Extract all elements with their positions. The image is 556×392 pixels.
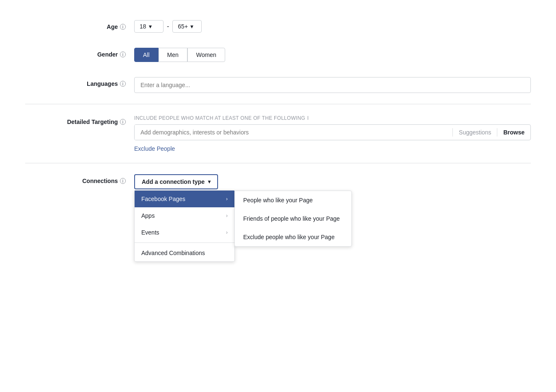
languages-label-text: Languages: [87, 80, 118, 87]
apps-arrow: ›: [226, 213, 228, 219]
detailed-targeting-label-text: Detailed Targeting: [67, 119, 118, 125]
age-min-chevron: ▾: [149, 23, 152, 30]
dropdown-divider: [135, 242, 234, 243]
gender-row: Gender i All Men Women: [25, 40, 531, 70]
divider-2: [25, 163, 531, 163]
connections-dropdown: Add a connection type ▾ Facebook Pages ›…: [134, 174, 218, 189]
targeting-include-text: INCLUDE people who match at least ONE of…: [134, 115, 305, 121]
events-label: Events: [141, 229, 159, 236]
gender-all-button[interactable]: All: [134, 48, 158, 62]
targeting-search-input[interactable]: [135, 125, 452, 140]
facebook-pages-item[interactable]: Facebook Pages ›: [135, 191, 234, 207]
targeting-include-label: INCLUDE people who match at least ONE of…: [134, 115, 531, 121]
age-inputs: 18 ▾ - 65+ ▾: [134, 20, 531, 33]
events-arrow: ›: [226, 230, 228, 235]
languages-content: [134, 77, 531, 93]
divider-1: [25, 104, 531, 104]
gender-label: Gender i: [25, 48, 134, 58]
targeting-browse-btn[interactable]: Browse: [497, 126, 530, 139]
apps-label: Apps: [141, 212, 155, 219]
detailed-targeting-row: Detailed Targeting i INCLUDE people who …: [25, 108, 531, 160]
targeting-suggestions-btn[interactable]: Suggestions: [453, 126, 497, 139]
connections-btn-label: Add a connection type: [142, 178, 205, 185]
age-max-chevron: ▾: [190, 23, 193, 30]
gender-women-button[interactable]: Women: [187, 48, 225, 62]
events-item[interactable]: Events ›: [135, 224, 234, 241]
detailed-targeting-content: INCLUDE people who match at least ONE of…: [134, 115, 531, 152]
facebook-pages-submenu: People who like your Page Friends of peo…: [234, 191, 352, 247]
facebook-pages-wrapper: Facebook Pages › People who like your Pa…: [135, 191, 234, 207]
facebook-pages-arrow: ›: [226, 196, 228, 202]
gender-label-text: Gender: [97, 51, 118, 58]
age-min-select[interactable]: 18 ▾: [134, 20, 164, 33]
people-like-item[interactable]: People who like your Page: [235, 191, 351, 209]
detailed-targeting-label: Detailed Targeting i: [25, 115, 134, 125]
connections-info-icon[interactable]: i: [120, 178, 126, 184]
age-dash: -: [167, 23, 169, 30]
exclude-like-item[interactable]: Exclude people who like your Page: [235, 228, 351, 246]
age-row: Age i 18 ▾ - 65+ ▾: [25, 13, 531, 40]
page-wrapper: Age i 18 ▾ - 65+ ▾ Gender i A: [0, 0, 556, 392]
connections-label-text: Connections: [82, 178, 118, 184]
languages-label: Languages i: [25, 77, 134, 87]
gender-men-button[interactable]: Men: [158, 48, 187, 62]
age-min-value: 18: [140, 23, 146, 30]
languages-row: Languages i: [25, 70, 531, 101]
age-max-select[interactable]: 65+ ▾: [172, 20, 202, 33]
age-label-text: Age: [107, 23, 118, 30]
targeting-search-box: Suggestions Browse: [134, 124, 531, 140]
targeting-include-info-icon[interactable]: i: [307, 115, 309, 121]
age-max-value: 65+: [178, 23, 188, 30]
connections-dropdown-button[interactable]: Add a connection type ▾: [134, 174, 218, 189]
gender-content: All Men Women: [134, 48, 531, 62]
connections-row: Connections i Add a connection type ▾ Fa…: [25, 167, 531, 197]
language-input[interactable]: [134, 77, 531, 93]
age-content: 18 ▾ - 65+ ▾: [134, 20, 531, 33]
advanced-combinations-item[interactable]: Advanced Combinations: [135, 245, 234, 261]
apps-item[interactable]: Apps ›: [135, 207, 234, 224]
friends-like-item[interactable]: Friends of people who like your Page: [235, 209, 351, 228]
connections-dropdown-menu: Facebook Pages › People who like your Pa…: [134, 190, 235, 262]
languages-info-icon[interactable]: i: [120, 81, 126, 87]
detailed-targeting-info-icon[interactable]: i: [120, 119, 126, 125]
gender-info-icon[interactable]: i: [120, 52, 126, 57]
connections-btn-chevron: ▾: [208, 179, 210, 185]
exclude-people-link[interactable]: Exclude People: [134, 145, 175, 152]
age-info-icon[interactable]: i: [120, 24, 126, 30]
facebook-pages-label: Facebook Pages: [141, 196, 185, 202]
age-label: Age i: [25, 20, 134, 30]
connections-label: Connections i: [25, 174, 134, 184]
gender-buttons: All Men Women: [134, 48, 531, 62]
advanced-combinations-label: Advanced Combinations: [141, 250, 205, 256]
connections-content: Add a connection type ▾ Facebook Pages ›…: [134, 174, 531, 189]
